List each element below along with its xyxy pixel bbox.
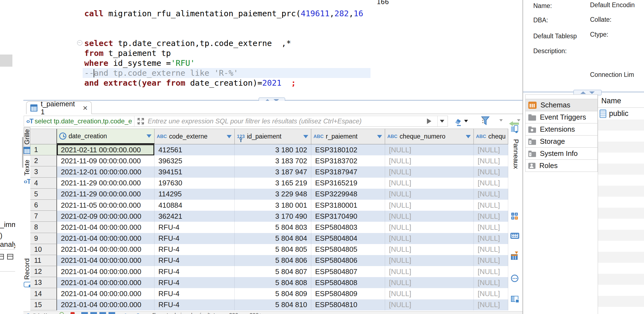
sort-dropdown-icon[interactable] [147, 134, 151, 138]
collapse-up-icon[interactable] [580, 91, 586, 94]
cell-date_creation[interactable]: 2021-11-29 00:00:00.000 [57, 178, 155, 189]
table-row[interactable]: 92021-01-04 00:00:00.000RFU-45 804 804ES… [30, 233, 508, 244]
cell-cheque_numero[interactable]: [NULL] [385, 244, 474, 255]
code-line[interactable]: and extract(year from date_creation)=202… [84, 78, 370, 88]
fetch-all-icon[interactable]: ⟳ [136, 312, 141, 314]
tab-t-paiement-1[interactable]: t_paiement 1 × [26, 101, 92, 114]
cell-id_paiement[interactable]: 5 804 807 [235, 266, 311, 277]
previous-dropdown-icon[interactable] [499, 119, 503, 121]
cell-r_paiement[interactable]: ESP5804808 [311, 277, 385, 288]
cell-code_externe[interactable]: RFU-4 [155, 233, 235, 244]
table-row[interactable]: 142021-01-04 00:00:00.000RFU-45 804 809E… [30, 288, 508, 299]
cell-code_externe[interactable]: RFU-4 [155, 244, 235, 255]
cell-r_paiement[interactable]: ESP3183702 [311, 155, 385, 166]
cell-chequ[interactable]: [NULL] [474, 178, 508, 189]
cell-date_creation[interactable]: 2021-02-09 00:00:00.000 [57, 211, 155, 222]
value-viewer-icon[interactable] [510, 233, 519, 239]
table-row[interactable]: 112021-01-04 00:00:00.000RFU-45 804 806E… [30, 255, 508, 266]
row-number[interactable]: 1 [30, 144, 57, 155]
cell-date_creation[interactable]: 2021-01-04 00:00:00.000 [57, 233, 155, 244]
cell-date_creation[interactable]: 2021-11-09 00:00:00.000 [57, 155, 155, 166]
sort-dropdown-icon[interactable] [466, 135, 471, 138]
table-row[interactable]: 132021-01-04 00:00:00.000RFU-45 804 808E… [30, 277, 508, 288]
cell-id_paiement[interactable]: 5 804 804 [235, 233, 311, 244]
close-icon[interactable]: × [83, 105, 88, 111]
cell-cheque_numero[interactable]: [NULL] [385, 299, 474, 310]
row-number[interactable]: 11 [30, 255, 57, 266]
cell-id_paiement[interactable]: 3 229 948 [235, 189, 311, 200]
row-count-icon[interactable]: ●200+ [245, 312, 262, 314]
cell-cheque_numero[interactable]: [NULL] [385, 200, 474, 211]
cell-date_creation[interactable]: 2021-01-04 00:00:00.000 [57, 255, 155, 266]
cell-date_creation[interactable]: 2021-01-04 00:00:00.000 [57, 299, 155, 310]
grouping-panel-icon[interactable] [511, 275, 518, 282]
cell-cheque_numero[interactable]: [NULL] [385, 266, 474, 277]
window-icon[interactable] [7, 254, 13, 259]
cell-r_paiement[interactable]: ESP5804806 [311, 255, 385, 266]
cell-date_creation[interactable]: 2021-02-11 00:00:00.000 [57, 144, 155, 155]
cell-code_externe[interactable]: 197630 [155, 178, 235, 189]
cell-r_paiement[interactable]: ESP3187947 [311, 166, 385, 177]
filter-query-text[interactable]: select tp.date_creation,tp.code_e [35, 117, 132, 125]
cell-cheque_numero[interactable]: [NULL] [385, 178, 474, 189]
cell-cheque_numero[interactable]: [NULL] [385, 144, 474, 155]
cell-date_creation[interactable]: 2021-12-01 00:00:00.000 [57, 166, 155, 177]
row-number[interactable]: 15 [30, 299, 57, 310]
clear-filter-icon[interactable] [453, 118, 462, 126]
sidebar-item-schemas[interactable]: Schemas [525, 99, 598, 111]
next-dropdown-icon[interactable] [517, 119, 520, 121]
pagination-icons[interactable]: ◀▶ [122, 312, 129, 314]
cell-id_paiement[interactable]: 3 170 490 [235, 211, 311, 222]
cell-cheque_numero[interactable]: [NULL] [385, 233, 474, 244]
cell-r_paiement[interactable]: ESP3180102 [311, 144, 385, 155]
cell-id_paiement[interactable]: 5 804 809 [235, 288, 311, 299]
cell-r_paiement[interactable]: ESP3170490 [311, 211, 385, 222]
cell-code_externe[interactable]: RFU-4 [155, 288, 235, 299]
cell-id_paiement[interactable]: 5 804 805 [235, 244, 311, 255]
cancel-icon[interactable] [71, 312, 75, 314]
object-item-public[interactable]: public [598, 108, 644, 120]
cell-chequ[interactable]: [NULL] [474, 166, 508, 177]
object-list-header[interactable]: Name [598, 94, 644, 108]
cell-chequ[interactable]: [NULL] [474, 222, 508, 233]
sql-editor[interactable]: 166 call migration_rfu_alimentation_paie… [23, 0, 523, 100]
cell-date_creation[interactable]: 2021-01-04 00:00:00.000 [57, 277, 155, 288]
filter-placeholder[interactable]: Entrez une expression SQL pour filtrer l… [148, 117, 427, 125]
sort-dropdown-icon[interactable] [303, 135, 308, 138]
cell-r_paiement[interactable]: ESP5804804 [311, 233, 385, 244]
fetch-size-icon[interactable]: ●200 [224, 312, 238, 314]
apply-filter-icon[interactable] [427, 118, 431, 124]
cell-id_paiement[interactable]: 3 187 947 [235, 166, 311, 177]
cell-chequ[interactable]: [NULL] [474, 299, 508, 310]
cell-id_paiement[interactable]: 5 804 806 [235, 255, 311, 266]
expand-icon[interactable] [137, 117, 145, 125]
cell-chequ[interactable]: [NULL] [474, 211, 508, 222]
refresh-button[interactable]: ⟳Désélec [26, 312, 53, 314]
cell-cheque_numero[interactable]: [NULL] [385, 155, 474, 166]
column-header-r_paiement[interactable]: ABCr_paiement [311, 129, 385, 144]
sidebar-item-system-info[interactable]: iSystem Info [525, 147, 598, 160]
sql-code[interactable]: call migration_rfu_alimentation_paiement… [84, 9, 370, 88]
edit-buttons-icon[interactable] [81, 312, 115, 314]
references-panel-icon[interactable] [511, 296, 518, 302]
cell-r_paiement[interactable]: ESP3180001 [311, 200, 385, 211]
clear-filter-dropdown-icon[interactable] [464, 120, 468, 122]
table-row[interactable]: 32021-12-01 00:00:00.0003941513 187 947E… [30, 166, 508, 177]
cell-chequ[interactable]: [NULL] [474, 144, 508, 155]
cell-date_creation[interactable]: 2021-01-04 00:00:00.000 [57, 244, 155, 255]
row-number[interactable]: 12 [30, 266, 57, 277]
table-row[interactable]: 82021-01-04 00:00:00.000RFU-45 804 803ES… [30, 222, 508, 233]
table-row[interactable]: 22021-11-09 00:00:00.0003963253 183 702E… [30, 155, 508, 166]
cell-chequ[interactable]: [NULL] [474, 255, 508, 266]
cell-id_paiement[interactable]: 3 183 702 [235, 155, 311, 166]
table-row[interactable]: 152021-01-04 00:00:00.000RFU-45 804 810E… [30, 299, 508, 310]
table-row[interactable]: 62021-11-05 00:00:00.0004108843 180 001E… [30, 200, 508, 211]
cell-r_paiement[interactable]: ESP5804807 [311, 266, 385, 277]
cell-chequ[interactable]: [NULL] [474, 266, 508, 277]
export-icon[interactable]: ●Exporter le jeu de résultats [148, 312, 218, 314]
column-header-cheque_numero[interactable]: ABCcheque_numero [385, 129, 474, 144]
presentation-tab-record[interactable]: Record [24, 257, 30, 306]
cell-code_externe[interactable]: 394151 [155, 166, 235, 177]
column-header-date_creation[interactable]: date_creation [57, 129, 155, 144]
cell-cheque_numero[interactable]: [NULL] [385, 189, 474, 200]
